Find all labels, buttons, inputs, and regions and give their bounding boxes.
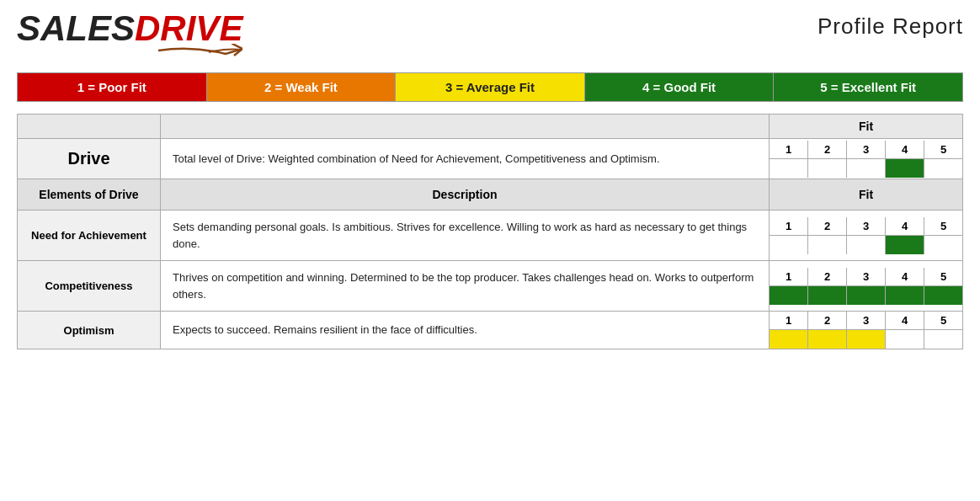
competitiveness-description: Thrives on competition and winning. Dete… [161,261,770,312]
drive-header-row: Fit [18,115,963,139]
opt-score-1: 1 [770,312,808,329]
nfa-score-3: 3 [847,217,886,235]
competitiveness-score-cell: 1 2 3 4 5 [770,261,963,312]
nfa-bar-3 [847,236,886,254]
report-title: Profile Report [818,8,963,40]
legend-excellent-fit: 5 = Excellent Fit [774,73,962,101]
drive-fit-header-cell: Fit [770,115,963,139]
opt-score-2: 2 [808,312,847,329]
comp-score-5: 5 [924,268,962,285]
logo: SALESDRIVE [17,8,242,57]
comp-score-3: 3 [847,268,886,285]
nfa-bar-5 [924,236,962,254]
drive-bar-5 [924,159,962,178]
drive-row: Drive Total level of Drive: Weighted com… [18,139,963,179]
drive-desc-text: Total level of Drive: Weighted combinati… [173,152,660,165]
drive-bar-1 [770,159,808,178]
optimism-desc-text: Expects to succeed. Remains resilient in… [173,323,477,336]
comp-bar-5 [924,286,962,305]
comp-score-1: 1 [770,268,808,285]
competitiveness-label: Competitiveness [18,261,161,312]
drive-score-3: 3 [847,141,886,158]
main-table: Fit Drive Total level of Drive: Weighted… [17,114,963,349]
need-achievement-row: Need for Achievement Sets demanding pers… [18,211,963,261]
need-achievement-desc-text: Sets demanding personal goals. Is ambiti… [173,221,747,250]
opt-score-5: 5 [924,312,962,329]
comp-score-4: 4 [886,268,924,285]
drive-score-1: 1 [770,141,808,158]
competitiveness-desc-text: Thrives on competition and winning. Dete… [173,271,754,301]
page-header: SALESDRIVE Profile Report [17,8,963,57]
elements-desc-label-text: Description [432,188,497,201]
drive-bar-3 [847,159,886,178]
legend-poor-fit: 1 = Poor Fit [18,73,207,101]
comp-bar-4 [886,286,924,305]
comp-score-2: 2 [808,268,847,285]
optimism-description: Expects to succeed. Remains resilient in… [161,312,770,349]
competitiveness-row: Competitiveness Thrives on competition a… [18,261,963,312]
fit-label: Fit [859,120,873,133]
optimism-row: Optimism Expects to succeed. Remains res… [18,312,963,349]
opt-bar-4 [886,330,924,349]
optimism-label-text: Optimism [64,324,115,337]
elements-fit-cell: Fit [770,179,963,211]
comp-bar-2 [808,286,847,305]
opt-score-3: 3 [847,312,886,329]
drive-score-4: 4 [886,141,924,158]
competitiveness-label-text: Competitiveness [45,280,132,292]
drive-score-2: 2 [808,141,847,158]
drive-description: Total level of Drive: Weighted combinati… [161,139,770,179]
legend-good-fit: 4 = Good Fit [585,73,775,101]
drive-bar-4 [886,159,924,178]
comp-bar-3 [847,286,886,305]
opt-bar-1 [770,330,808,349]
nfa-bar-4 [886,236,924,254]
nfa-score-1: 1 [770,217,808,235]
legend-average-fit: 3 = Average Fit [396,73,585,101]
drive-score-cell: 1 2 3 4 5 [770,139,963,179]
optimism-score-cell: 1 2 3 4 5 [770,312,963,349]
need-achievement-score-cell: 1 2 3 4 5 [770,211,963,261]
opt-score-4: 4 [886,312,924,329]
logo-drive: DRIVE [135,8,242,48]
drive-label: Drive [18,139,161,179]
need-achievement-description: Sets demanding personal goals. Is ambiti… [161,211,770,261]
logo-sales: SALES [17,8,135,48]
nfa-score-4: 4 [886,217,924,235]
elements-header-row: Elements of Drive Description Fit [18,179,963,211]
drive-bar-2 [808,159,847,178]
nfa-bar-2 [808,236,847,254]
nfa-bar-1 [770,236,808,254]
drive-label-header-cell [18,115,161,139]
drive-desc-header-cell [161,115,770,139]
legend-weak-fit: 2 = Weak Fit [207,73,397,101]
elements-label-cell: Elements of Drive [18,179,161,211]
optimism-label: Optimism [18,312,161,349]
nfa-score-2: 2 [808,217,847,235]
logo-arrow-icon [158,44,242,57]
logo-area: SALESDRIVE [17,8,242,57]
elements-label-text: Elements of Drive [39,188,138,201]
legend-bar: 1 = Poor Fit 2 = Weak Fit 3 = Average Fi… [17,72,963,102]
drive-score-5: 5 [924,141,962,158]
elements-desc-cell: Description [161,179,770,211]
drive-label-text: Drive [67,149,109,168]
need-achievement-label: Need for Achievement [18,211,161,261]
elements-fit-label-text: Fit [859,188,873,201]
nfa-score-5: 5 [924,217,962,235]
need-achievement-label-text: Need for Achievement [31,229,146,242]
opt-bar-3 [847,330,886,349]
comp-bar-1 [770,286,808,305]
opt-bar-5 [924,330,962,349]
opt-bar-2 [808,330,847,349]
